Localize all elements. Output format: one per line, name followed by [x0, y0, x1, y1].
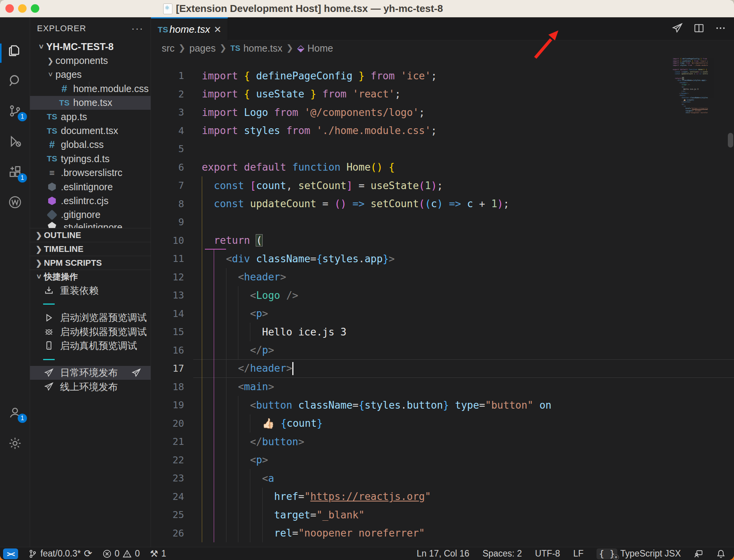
line-number: 2 — [151, 89, 184, 100]
problems-status[interactable]: 0 0 — [102, 548, 140, 559]
indent-guide — [202, 359, 202, 378]
activity-accounts[interactable]: 1 — [0, 401, 30, 424]
code-line-2[interactable]: 2import { useState } from 'react'; — [151, 85, 672, 104]
line-number: 26 — [151, 528, 184, 539]
chevron-down-icon: ˅ — [36, 42, 46, 51]
ts-file-icon: TS — [45, 112, 59, 121]
code-line-25[interactable]: 25 target="_blank" — [151, 506, 672, 524]
code-line-7[interactable]: 7 const [count, setCount] = useState(1); — [151, 176, 672, 195]
tree-item-typings-d-ts[interactable]: TStypings.d.ts — [30, 152, 151, 166]
code-line-18[interactable]: 18 <main> — [151, 378, 672, 396]
tab-close-icon[interactable]: ✕ — [214, 24, 221, 35]
cursor-position-status[interactable]: Ln 17, Col 16 — [417, 548, 469, 559]
tree-item-stylelintignore[interactable]: .stylelintignore — [30, 222, 151, 228]
section-timeline[interactable]: ❯TIMELINE — [30, 242, 151, 256]
section-outline[interactable]: ❯OUTLINE — [30, 228, 151, 242]
code-line-17[interactable]: 17 </header> — [151, 359, 672, 378]
code-line-16[interactable]: 16 </p> — [151, 341, 672, 360]
code-line-13[interactable]: 13 <Logo /> — [151, 286, 672, 305]
tree-root-folder[interactable]: ˅YH-MC-TEST-8 — [30, 40, 151, 54]
code-editor[interactable]: 1import { definePageConfig } from 'ice';… — [151, 56, 734, 547]
code-line-22[interactable]: 22 <p> — [151, 451, 672, 469]
indent-guide — [214, 396, 214, 414]
code-line-12[interactable]: 12 <header> — [151, 268, 672, 287]
git-branch-status[interactable]: feat/0.0.3* ⟳ — [28, 548, 92, 560]
minimize-window-button[interactable] — [18, 4, 27, 13]
tree-item-home-tsx[interactable]: TShome.tsx — [30, 96, 151, 110]
tree-item-gitignore[interactable]: .gitignore — [30, 208, 151, 222]
section-quick-actions[interactable]: ˅快捷操作 — [30, 270, 151, 283]
breadcrumb-item-src[interactable]: src — [162, 43, 174, 54]
send-icon — [43, 368, 55, 378]
code-line-26[interactable]: 26 rel="noopener noreferrer" — [151, 524, 672, 543]
activity-run-debug[interactable] — [0, 129, 30, 153]
activity-explorer[interactable] — [0, 38, 30, 62]
code-line-23[interactable]: 23 <a — [151, 469, 672, 488]
tree-item-document-tsx[interactable]: TSdocument.tsx — [30, 124, 151, 137]
code-line-8[interactable]: 8 const updateCount = () => setCount((c)… — [151, 195, 672, 213]
code-line-14[interactable]: 14 <p> — [151, 305, 672, 323]
tree-item-pages[interactable]: ˅pages — [30, 68, 151, 82]
code-line-5[interactable]: 5 — [151, 140, 672, 158]
indent-guide — [226, 506, 226, 524]
code-line-10[interactable]: 10 return ( — [151, 231, 672, 250]
indent-guide — [214, 323, 214, 341]
indentation-status[interactable]: Spaces: 2 — [483, 548, 522, 559]
feedback-icon[interactable] — [694, 549, 703, 558]
code-line-9[interactable]: 9 — [151, 213, 672, 231]
indent-guide — [202, 231, 202, 250]
tab-home-tsx[interactable]: TS home.tsx ✕ — [151, 17, 228, 40]
close-window-button[interactable] — [5, 4, 14, 13]
tree-item-app-ts[interactable]: TSapp.ts — [30, 110, 151, 124]
code-line-3[interactable]: 3import Logo from '@/components/logo'; — [151, 103, 672, 122]
code-line-11[interactable]: 11 <div className={styles.app}> — [151, 250, 672, 268]
more-actions-button[interactable] — [715, 22, 726, 35]
zoom-window-button[interactable] — [31, 4, 39, 13]
tree-item-eslintignore[interactable]: .eslintignore — [30, 180, 151, 194]
publish-button[interactable] — [672, 22, 683, 35]
code-line-19[interactable]: 19 <button className={styles.button} typ… — [151, 396, 672, 414]
code-line-21[interactable]: 21 </button> — [151, 433, 672, 451]
split-editor-button[interactable] — [693, 22, 705, 35]
badge: 1 — [18, 173, 27, 183]
tree-item-home-module-css[interactable]: #home.module.css — [30, 82, 151, 96]
tools-status[interactable]: ⚒ 1 — [150, 548, 166, 559]
quick-action[interactable]: 启动真机预览调试 — [30, 339, 151, 352]
code-text: import { definePageConfig } from 'ice'; — [673, 58, 708, 60]
breadcrumb-item-pages[interactable]: pages — [189, 43, 216, 54]
quick-action[interactable]: 日常环境发布 — [30, 366, 151, 380]
quick-action[interactable]: 线上环境发布 — [30, 380, 151, 394]
tree-item-eslintrc-cjs[interactable]: .eslintrc.cjs — [30, 194, 151, 208]
code-line-6[interactable]: 6export default function Home() { — [151, 158, 672, 177]
activity-search[interactable] — [0, 69, 30, 93]
indent-guide — [226, 341, 226, 360]
code-line-1[interactable]: 1import { definePageConfig } from 'ice'; — [151, 67, 672, 85]
breadcrumb-item-home-tsx[interactable]: TS home.tsx — [230, 43, 282, 54]
quick-action[interactable]: 启动模拟器预览调试 — [30, 325, 151, 339]
activity-source-control[interactable]: 1 — [0, 99, 30, 123]
remote-indicator[interactable]: >< — [3, 548, 18, 559]
breadcrumb-item-Home[interactable]: ⬙ Home — [297, 43, 333, 54]
eol-status[interactable]: LF — [573, 548, 583, 559]
scrollbar-thumb[interactable] — [728, 133, 733, 148]
activity-extensions[interactable]: 1 — [0, 160, 30, 184]
encoding-status[interactable]: UTF-8 — [535, 548, 560, 559]
tree-item-components[interactable]: ❯components — [30, 54, 151, 67]
quick-action[interactable]: 启动浏览器预览调试 — [30, 310, 151, 324]
send-icon[interactable] — [131, 368, 141, 380]
tree-item-browserslistrc[interactable]: ≡.browserslistrc — [30, 166, 151, 180]
code-line-20[interactable]: 20 👍🏻 {count} — [151, 414, 672, 433]
tree-item-global-css[interactable]: #global.css — [30, 138, 151, 152]
activity-settings[interactable] — [0, 431, 30, 455]
explorer-more-actions-icon[interactable]: ··· — [131, 23, 144, 35]
quick-action[interactable]: 重装依赖 — [30, 283, 151, 297]
code-line-4[interactable]: 4import styles from './home.module.css'; — [151, 122, 672, 140]
code-line-24[interactable]: 24 href="https://reactjs.org" — [151, 488, 672, 506]
minimap[interactable]: 1import { definePageConfig } from 'ice';… — [672, 58, 708, 114]
section-npm-scripts[interactable]: ❯NPM SCRIPTS — [30, 256, 151, 270]
code-line-15[interactable]: 15 Hello ice.js 3 — [151, 323, 672, 341]
language-status[interactable]: { }⊗ TypeScript JSX — [597, 548, 681, 559]
sync-icon: ⟳ — [84, 548, 92, 560]
activity-appworks[interactable] — [0, 190, 30, 214]
notifications-bell-icon[interactable] — [716, 549, 726, 558]
